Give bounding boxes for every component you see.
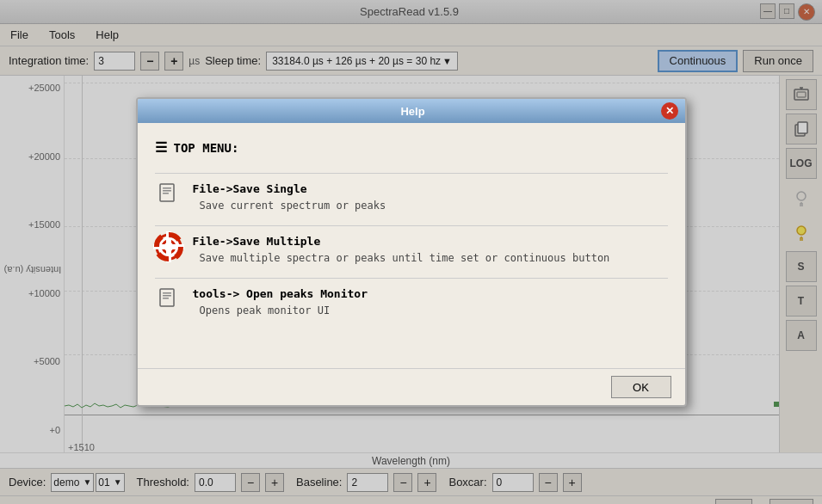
modal-header: ☰ TOP MENU:: [155, 137, 668, 159]
modal-divider-1: [155, 173, 668, 174]
modal-divider-2: [155, 225, 668, 226]
modal-overlay: Help ✕ ☰ TOP MENU:: [0, 0, 822, 504]
modal-close-button[interactable]: ✕: [661, 102, 678, 120]
section2-icon: [155, 233, 182, 261]
section2-text: File->Save Multiple Save multiple spectr…: [193, 233, 668, 267]
svg-rect-17: [163, 193, 169, 194]
modal-section-3: tools-> Open peaks Monitor Opens peak mo…: [155, 286, 668, 320]
file-icon-3: [157, 287, 181, 311]
modal-header-text: TOP MENU:: [174, 138, 239, 157]
section2-desc: Save multiple spectra or peaks until tim…: [200, 250, 668, 267]
section3-text: tools-> Open peaks Monitor Opens peak mo…: [193, 286, 668, 320]
svg-rect-16: [163, 190, 171, 192]
modal-body: ☰ TOP MENU: File->Save Single Save curre…: [138, 123, 685, 368]
menu-icon: ☰: [155, 137, 167, 159]
svg-rect-15: [163, 187, 171, 189]
section3-title: tools-> Open peaks Monitor: [193, 286, 668, 304]
modal-section-2: File->Save Multiple Save multiple spectr…: [155, 233, 668, 267]
modal-divider-3: [155, 278, 668, 279]
section1-title: File->Save Single: [193, 181, 668, 199]
svg-rect-25: [163, 292, 171, 294]
section1-desc: Save current spectrum or peaks: [200, 198, 668, 214]
svg-rect-26: [163, 295, 171, 297]
section1-text: File->Save Single Save current spectrum …: [193, 181, 668, 215]
section3-desc: Opens peak monitor UI: [200, 303, 668, 319]
section3-icon: [155, 286, 182, 313]
section2-title: File->Save Multiple: [193, 233, 668, 251]
svg-rect-27: [163, 298, 169, 299]
help-modal: Help ✕ ☰ TOP MENU:: [136, 97, 687, 407]
modal-title-bar: Help ✕: [138, 99, 685, 123]
modal-footer: OK: [138, 368, 685, 405]
modal-ok-button[interactable]: OK: [611, 376, 671, 398]
modal-section-1: File->Save Single Save current spectrum …: [155, 181, 668, 215]
lifesaver-icon: [153, 231, 184, 262]
file-icon-1: [157, 182, 181, 206]
modal-title: Help: [165, 105, 661, 118]
section1-icon: [155, 181, 182, 208]
